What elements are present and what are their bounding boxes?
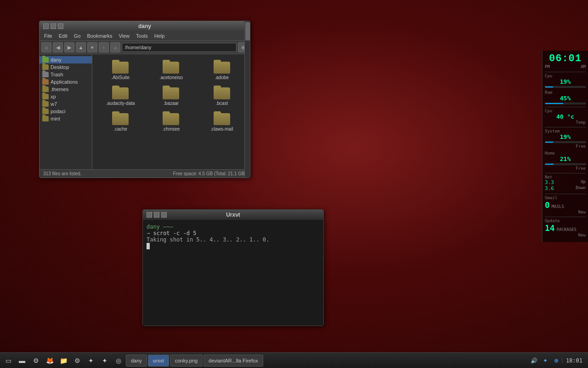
files-grid: .AbiSuite .acetoneiso .adobe .audacity-d… <box>92 54 250 137</box>
taskbar-window-urxvt-label: urxvt <box>153 358 164 363</box>
taskbar-desktop-icon[interactable]: ▭ <box>2 354 15 367</box>
maximize-button[interactable] <box>51 23 56 29</box>
conky-gmail-section: Gmail 0 MAILS New <box>545 196 586 214</box>
sidebar-item-trash[interactable]: Trash <box>40 71 92 78</box>
menu-bookmarks[interactable]: Bookmarks <box>84 32 115 40</box>
back-button[interactable]: ◀ <box>53 42 63 52</box>
terminal-close[interactable] <box>161 212 167 218</box>
menu-tools[interactable]: Tools <box>133 32 151 40</box>
toolbar: ⌂ ◀ ▶ ▲ ▾ ↑ ⌂ ⊕ <box>40 41 250 54</box>
xp-folder-icon <box>42 94 49 99</box>
file-manager-window: dany File Edit Go Bookmarks View Tools H… <box>39 21 250 178</box>
menu-go[interactable]: Go <box>71 32 84 40</box>
taskbar-window-dany[interactable]: dany <box>126 355 147 367</box>
minimize-button[interactable] <box>43 23 49 29</box>
conky-home-label: Home <box>545 151 586 155</box>
terminal-command: scrot -c -d 5 <box>153 230 196 236</box>
menu-edit[interactable]: Edit <box>56 32 70 40</box>
network-icon[interactable]: ⊕ <box>552 356 561 365</box>
file-item[interactable]: .bcast <box>198 84 246 108</box>
sidebar-item-applications[interactable]: Applications <box>40 78 92 86</box>
up-button[interactable]: ▲ <box>76 42 86 52</box>
conky-ram-label: Ram <box>545 90 586 95</box>
sidebar-item-podaci[interactable]: podaci <box>40 108 92 115</box>
w7-folder-icon <box>42 101 49 107</box>
taskbar-window-urxvt[interactable]: urxvt <box>148 355 169 367</box>
conky-net-down: 3.6 <box>545 185 554 191</box>
home-button[interactable]: ⌂ <box>41 42 51 52</box>
terminal-output-line: Taking shot in 5.. 4.. 3.. 2.. 1.. 0. <box>147 236 320 243</box>
conky-cpu-bar <box>545 86 586 88</box>
conky-net-up-row: 3.3 Up <box>545 179 586 185</box>
dropdown-button[interactable]: ▾ <box>87 42 97 52</box>
volume-icon[interactable]: 🔊 <box>530 356 539 365</box>
fm-sidebar: dany Desktop Trash Applications .themes … <box>40 54 92 169</box>
sidebar-item-xp[interactable]: xp <box>40 93 92 100</box>
terminal-controls[interactable] <box>147 212 167 218</box>
terminal-command-line: → scrot -c -d 5 <box>147 230 320 236</box>
menu-file[interactable]: File <box>41 32 55 40</box>
conky-cpu-section: Cpu 19% <box>545 74 586 88</box>
close-button[interactable] <box>58 23 63 29</box>
bookmark-button[interactable]: ⌂ <box>110 42 120 52</box>
conky-net-up: 3.3 <box>545 179 554 185</box>
conky-cpu-label: Cpu <box>545 74 586 78</box>
bluetooth-icon[interactable]: ✦ <box>541 356 550 365</box>
taskbar-window-dany-label: dany <box>131 358 142 363</box>
conky-temp-section: Cpu 40 °c Temp <box>545 109 586 125</box>
conky-home-section: Home 21% Free <box>545 151 586 171</box>
file-item[interactable]: .claws-mail <box>198 109 246 133</box>
taskbar-terminal-icon[interactable]: ▬ <box>16 354 28 367</box>
file-item[interactable]: .acetoneiso <box>147 58 195 82</box>
address-bar[interactable] <box>122 43 237 52</box>
terminal-window: Urxvt dany —~— → scrot -c -d 5 Taking sh… <box>142 209 324 326</box>
conky-update-packages: PACKAGES <box>557 227 577 232</box>
themes-folder-icon <box>42 86 49 92</box>
file-manager-title: dany <box>63 23 226 29</box>
file-item[interactable]: .chmsee <box>147 109 195 133</box>
conky-system-value: 19% <box>545 133 586 140</box>
conky-update-new: New <box>545 233 586 237</box>
taskbar-bird-icon[interactable]: ✦ <box>98 354 111 367</box>
taskbar-files-icon[interactable]: 📁 <box>57 354 70 367</box>
nav-button[interactable]: ↑ <box>99 42 109 52</box>
sidebar-item-mint[interactable]: mint <box>40 115 92 122</box>
taskbar-window-firefox[interactable]: deviantAR...lla Firefox <box>204 355 263 367</box>
taskbar-star-icon[interactable]: ✦ <box>85 354 97 367</box>
file-item[interactable]: .AbiSuite <box>96 58 145 82</box>
taskbar-globe-icon[interactable]: ◎ <box>112 354 125 367</box>
conky-cpu-fill <box>545 86 553 87</box>
conky-ram-value: 45% <box>545 95 586 102</box>
taskbar-system-icon[interactable]: ⚙ <box>71 354 84 367</box>
sidebar-item-dany[interactable]: dany <box>40 56 92 63</box>
conky-free-home-label: Free <box>545 166 586 171</box>
taskbar-browser-icon[interactable]: 🦊 <box>43 354 56 367</box>
conky-system-section: System 19% Free <box>545 129 586 149</box>
file-count: 313 files are listed. <box>43 171 81 176</box>
file-manager-titlebar: dany <box>40 21 250 31</box>
scrollbar-thumb[interactable] <box>245 22 250 40</box>
terminal-prompt: dany —~— <box>147 224 173 230</box>
sidebar-item-themes[interactable]: .themes <box>40 86 92 93</box>
menu-view[interactable]: View <box>116 32 132 40</box>
sidebar-item-desktop[interactable]: Desktop <box>40 63 92 71</box>
taskbar-clock: 18:01 <box>562 357 586 364</box>
forward-button[interactable]: ▶ <box>64 42 74 52</box>
file-item[interactable]: .bazaar <box>147 84 195 108</box>
file-item[interactable]: .adobe <box>198 58 246 82</box>
disk-space: Free space: 4.5 GB (Total: 21.1 GB) <box>173 171 246 176</box>
terminal-body[interactable]: dany —~— → scrot -c -d 5 Taking shot in … <box>143 220 323 326</box>
window-controls[interactable] <box>43 23 63 29</box>
menu-help[interactable]: Help <box>152 32 168 40</box>
conky-system-label: System <box>545 129 586 133</box>
sidebar-item-w7[interactable]: w7 <box>40 100 92 108</box>
scrollbar[interactable] <box>244 21 250 178</box>
terminal-minimize[interactable] <box>147 212 152 218</box>
conky-home-bar <box>545 163 586 165</box>
terminal-maximize[interactable] <box>154 212 159 218</box>
taskbar-config-icon[interactable]: ⚙ <box>29 354 42 367</box>
trash-folder-icon <box>42 72 49 77</box>
file-item[interactable]: .cache <box>96 109 145 133</box>
file-item[interactable]: .audacity-data <box>96 84 145 108</box>
taskbar-window-conky[interactable]: conky.png <box>170 355 203 367</box>
